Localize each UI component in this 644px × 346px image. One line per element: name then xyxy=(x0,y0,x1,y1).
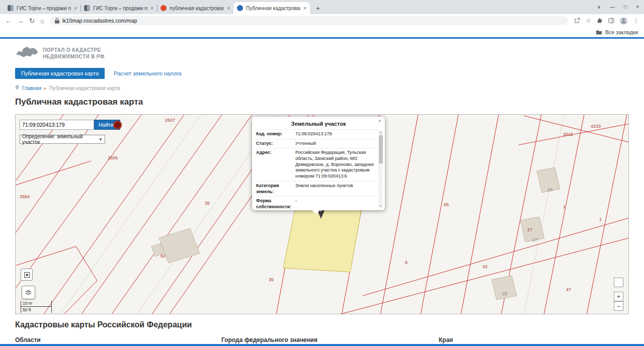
search-input[interactable] xyxy=(20,120,94,130)
popup-close-icon[interactable]: × xyxy=(378,118,381,124)
bookmarks-bar: Все закладки xyxy=(0,27,644,37)
parcel-label: 62 xyxy=(160,253,166,258)
parcel-label: 2584 xyxy=(20,194,30,199)
breadcrumb: Главная ▸ Публичная кадастровая карта xyxy=(15,85,629,91)
footer-title: Кадастровые карты Российской Федерации xyxy=(15,320,629,329)
parcel-label: 1 xyxy=(599,217,602,222)
parcel-label: 65 xyxy=(444,202,449,207)
map-search: Найти xyxy=(20,120,122,130)
popup-rows: Кад. номер: 71:09:020413:179 Статус: Учт… xyxy=(256,129,377,210)
tab-close-icon[interactable]: × xyxy=(303,6,306,11)
row-label: Категория земель: xyxy=(256,183,295,195)
all-bookmarks-label[interactable]: Все закладки xyxy=(605,29,638,35)
address-bar[interactable]: ik10map.roscadastres.com/map xyxy=(50,16,569,25)
breadcrumb-pin-icon xyxy=(15,85,19,91)
row-value: Российская Федерация, Тульская область, … xyxy=(295,150,377,179)
side-panel-icon[interactable] xyxy=(608,18,614,24)
tab-land-tax-calc[interactable]: Расчет земельного налога xyxy=(114,70,181,76)
popup-row: Категория земель: Земли населенных пункт… xyxy=(256,181,377,196)
lock-icon xyxy=(55,18,59,24)
new-tab-button[interactable]: + xyxy=(313,3,323,13)
site-nav-tabs: Публичная кадастровая карта Расчет земел… xyxy=(15,68,629,79)
browser-tab-3[interactable]: публичная кадастровая ка × xyxy=(157,2,233,14)
parcel-label: 47 xyxy=(566,287,571,292)
row-label: Форма собственности: xyxy=(256,198,295,210)
breadcrumb-separator-icon: ▸ xyxy=(44,86,46,91)
roscadastr-favicon xyxy=(237,5,243,11)
forward-icon[interactable]: → xyxy=(17,18,24,24)
breadcrumb-home-link[interactable]: Главная xyxy=(22,85,41,91)
parcel-label: 2642 xyxy=(563,132,573,137)
browser-tab-1[interactable]: ГИС Торги – продажи госуд × xyxy=(4,2,80,14)
window-close-icon[interactable]: × xyxy=(636,4,639,10)
parcel-label: 42 xyxy=(482,264,488,269)
tab-title: публичная кадастровая ка xyxy=(170,6,224,11)
back-icon[interactable]: ← xyxy=(5,18,12,24)
building-label: 25 xyxy=(502,291,507,296)
window-minimize-icon[interactable]: — xyxy=(610,4,615,10)
page-title: Публичная кадастровая карта xyxy=(15,97,629,107)
row-value: Учтенный xyxy=(295,141,377,147)
parcel-label: 6 xyxy=(405,260,408,265)
tab-title: Публичная кадастровая ка xyxy=(246,6,300,11)
cadastral-map[interactable]: 2607 2606 2584 35 62 35 6 65 29 27 27 42… xyxy=(15,114,629,314)
building-label: 29 xyxy=(547,187,552,192)
tab-close-icon[interactable]: × xyxy=(227,6,230,11)
gis-torgi-favicon xyxy=(8,5,14,11)
scrollbar-thumb[interactable] xyxy=(379,135,383,163)
parcel-label: 2607 xyxy=(165,118,175,123)
layers-button[interactable] xyxy=(22,286,35,299)
window-maximize-icon[interactable]: □ xyxy=(624,4,627,10)
browser-tab-4-active[interactable]: Публичная кадастровая ка × xyxy=(233,2,310,14)
share-icon[interactable] xyxy=(574,18,580,24)
footer-columns: Области Города федерального значения Кра… xyxy=(15,336,629,343)
tab-close-icon[interactable]: × xyxy=(74,6,77,11)
popup-row: Адрес: Российская Федерация, Тульская об… xyxy=(256,148,377,181)
reload-icon[interactable]: ↻ xyxy=(29,18,35,24)
browser-toolbar: ← → ↻ ⌂ ik10map.roscadastres.com/map ☆ ⋮ xyxy=(0,14,644,27)
site-logo-map-icon xyxy=(15,45,38,62)
home-icon[interactable]: ⌂ xyxy=(40,18,44,24)
tab-search-icon[interactable]: ∨ xyxy=(597,4,601,10)
footer-col-federal-cities: Города федерального значения xyxy=(221,336,439,343)
scroll-up-icon[interactable]: ▲ xyxy=(378,131,383,134)
zoom-in-button[interactable]: + xyxy=(614,292,623,301)
parcel-label: 27 xyxy=(527,227,532,232)
tab-title: ГИС Торги – продажи госуд xyxy=(17,6,71,11)
parcel-label: 4233 xyxy=(591,124,601,129)
star-icon[interactable]: ☆ xyxy=(586,17,591,24)
map-scale-bar: 10 m 50 ft xyxy=(21,301,52,313)
building-label: 27 xyxy=(532,237,537,242)
footer-col-krai: Края xyxy=(439,336,629,343)
breadcrumb-current: Публичная кадастровая карта xyxy=(49,85,120,91)
row-label: Адрес: xyxy=(256,150,295,179)
web-page: ПОРТАЛ О КАДАСТРЕ НЕДВИЖИМОСТИ В РФ Публ… xyxy=(0,37,644,344)
extensions-icon[interactable] xyxy=(597,18,603,24)
object-type-select[interactable]: Определение: земельный участок ▼ xyxy=(20,135,105,144)
map-extra-button[interactable] xyxy=(614,278,623,287)
tab-public-cadastral-map[interactable]: Публичная кадастровая карта xyxy=(15,68,105,79)
row-label: Кад. номер: xyxy=(256,131,295,137)
zoom-out-button[interactable]: − xyxy=(614,301,623,311)
browser-menu-icon[interactable]: ⋮ xyxy=(633,17,639,24)
profile-avatar[interactable] xyxy=(620,17,627,25)
popup-row: Форма собственности: - xyxy=(256,196,377,210)
window-controls: ∨ — □ × xyxy=(597,0,639,13)
popup-row: Кад. номер: 71:09:020413:179 xyxy=(256,129,377,139)
parcel-label: 35 xyxy=(205,201,210,206)
chevron-down-icon: ▼ xyxy=(99,137,103,142)
scale-imperial: 50 ft xyxy=(21,307,52,313)
row-value: 71:09:020413:179 xyxy=(295,131,377,137)
scroll-down-icon[interactable]: ▼ xyxy=(378,204,383,207)
popup-scrollbar[interactable]: ▲ ▼ xyxy=(378,130,383,208)
tab-title: ГИС Торги – продажи госуд xyxy=(93,6,147,11)
tab-close-icon[interactable]: × xyxy=(150,6,153,11)
browser-tab-bar: ГИС Торги – продажи госуд × ГИС Торги – … xyxy=(0,0,644,14)
parcel-label: 35 xyxy=(269,277,274,282)
full-extent-button[interactable] xyxy=(21,269,33,281)
browser-tab-2[interactable]: ГИС Торги – продажи госуд × xyxy=(80,2,157,14)
object-type-value: Определение: земельный участок xyxy=(22,134,99,145)
parcel-label: 2606 xyxy=(108,155,118,160)
footer-col-regions: Области xyxy=(15,336,221,343)
red-circle-icon xyxy=(113,121,122,129)
